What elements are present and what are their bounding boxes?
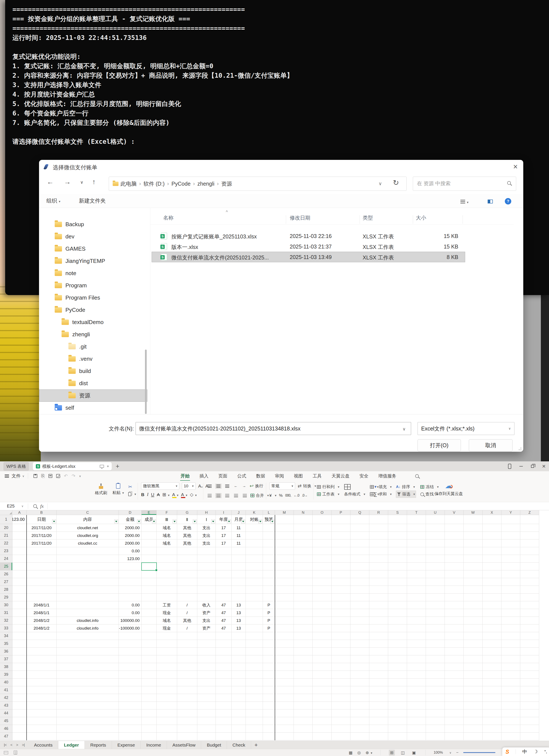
filter-button-L[interactable] bbox=[271, 520, 274, 523]
tree-item-.git[interactable]: .git bbox=[39, 341, 147, 353]
prev-sheet-icon[interactable]: < bbox=[10, 743, 12, 747]
cell-F39[interactable] bbox=[157, 671, 177, 679]
format-painter-button[interactable]: 格式刷 bbox=[94, 482, 108, 499]
row-header-46[interactable]: 46 bbox=[0, 725, 12, 733]
cell-R43[interactable] bbox=[369, 702, 388, 709]
cell-I27[interactable] bbox=[216, 578, 232, 586]
cell-A29[interactable] bbox=[12, 594, 27, 601]
cell-N24[interactable] bbox=[294, 555, 313, 563]
cell-H23[interactable] bbox=[197, 547, 216, 555]
cell-E33[interactable] bbox=[142, 624, 157, 632]
cell-T42[interactable] bbox=[407, 694, 426, 702]
column-header-X[interactable]: X bbox=[482, 510, 501, 515]
cell-Z33[interactable] bbox=[520, 624, 539, 632]
cell-D33[interactable]: -100000.00 bbox=[119, 624, 142, 632]
cell-L44[interactable] bbox=[263, 709, 275, 717]
cell-Z32[interactable] bbox=[520, 617, 539, 624]
cell-E29[interactable] bbox=[142, 594, 157, 601]
row-header-41[interactable]: 41 bbox=[0, 686, 12, 694]
cell-M42[interactable] bbox=[275, 694, 294, 702]
cell-N47[interactable] bbox=[294, 733, 313, 740]
cell-P21[interactable] bbox=[331, 532, 350, 539]
currency-button[interactable]: ¥▾ bbox=[270, 492, 276, 499]
cell-Y47[interactable] bbox=[501, 733, 520, 740]
cell-S23[interactable] bbox=[388, 547, 407, 555]
cell-R38[interactable] bbox=[369, 663, 388, 671]
cell-F35[interactable] bbox=[157, 640, 177, 648]
cell-D42[interactable] bbox=[119, 694, 142, 702]
menu-数据[interactable]: 数据 bbox=[256, 471, 266, 481]
cell-X47[interactable] bbox=[482, 733, 501, 740]
cell-F24[interactable] bbox=[157, 555, 177, 563]
cell-A35[interactable] bbox=[12, 640, 27, 648]
cell-B36[interactable] bbox=[27, 648, 57, 655]
cell-V42[interactable] bbox=[445, 694, 464, 702]
file-row[interactable]: S微信支付账单流水文件(20251021-2025...2025-11-03 1… bbox=[152, 252, 465, 262]
cell-L42[interactable] bbox=[263, 694, 275, 702]
cell-P31[interactable] bbox=[331, 609, 350, 617]
hamburger-icon[interactable] bbox=[5, 474, 9, 478]
cell-M34[interactable] bbox=[275, 632, 294, 640]
cell-D35[interactable] bbox=[119, 640, 142, 648]
column-header-type[interactable]: 类型 bbox=[363, 214, 373, 224]
align-right-button[interactable] bbox=[224, 493, 230, 498]
cell-Z20[interactable] bbox=[520, 524, 539, 532]
redo-icon[interactable]: ↷ bbox=[72, 473, 76, 479]
last-sheet-icon[interactable]: >| bbox=[22, 743, 24, 747]
cell-T25[interactable] bbox=[407, 563, 426, 570]
cell-I23[interactable] bbox=[216, 547, 232, 555]
cell-T41[interactable] bbox=[407, 686, 426, 694]
cell-T20[interactable] bbox=[407, 524, 426, 532]
resize-grip[interactable] bbox=[519, 447, 522, 450]
cell-X23[interactable] bbox=[482, 547, 501, 555]
cell-Z43[interactable] bbox=[520, 702, 539, 709]
cell-R28[interactable] bbox=[369, 586, 388, 594]
distribute-button[interactable] bbox=[242, 493, 248, 498]
cell-A22[interactable] bbox=[12, 539, 27, 547]
cell-E45[interactable] bbox=[142, 717, 157, 725]
row-header-30[interactable]: 30 bbox=[0, 601, 12, 609]
cell-W1[interactable] bbox=[464, 515, 482, 524]
row-header-33[interactable]: 33 bbox=[0, 624, 12, 632]
cell-E24[interactable] bbox=[142, 555, 157, 563]
number-format-select[interactable]: 常规▾ bbox=[270, 482, 295, 490]
wps-tray-icon[interactable]: S bbox=[505, 749, 509, 755]
cell-N35[interactable] bbox=[294, 640, 313, 648]
cell-B24[interactable] bbox=[27, 555, 57, 563]
cell-C40[interactable] bbox=[57, 679, 119, 686]
filter-button-I[interactable] bbox=[227, 520, 231, 523]
cell-Z41[interactable] bbox=[520, 686, 539, 694]
cell-Z40[interactable] bbox=[520, 679, 539, 686]
column-header-N[interactable]: N bbox=[294, 510, 313, 515]
cell-P33[interactable] bbox=[331, 624, 350, 632]
cell-A42[interactable] bbox=[12, 694, 27, 702]
column-header-C[interactable]: C bbox=[57, 510, 119, 515]
new-tab-button[interactable]: + bbox=[116, 463, 120, 470]
cell-H24[interactable] bbox=[197, 555, 216, 563]
tree-item-dev[interactable]: dev bbox=[39, 230, 147, 243]
cell-U38[interactable] bbox=[426, 663, 445, 671]
cell-J38[interactable] bbox=[232, 663, 246, 671]
cell-W30[interactable] bbox=[464, 601, 482, 609]
cell-C47[interactable] bbox=[57, 733, 119, 740]
cell-Z35[interactable] bbox=[520, 640, 539, 648]
cell-D38[interactable] bbox=[119, 663, 142, 671]
align-top-button[interactable] bbox=[207, 484, 213, 489]
cell-S25[interactable] bbox=[388, 563, 407, 570]
cell-X1[interactable] bbox=[482, 515, 501, 524]
cell-M31[interactable] bbox=[275, 609, 294, 617]
cell-X28[interactable] bbox=[482, 586, 501, 594]
minimize-icon[interactable] bbox=[519, 466, 523, 467]
cell-E31[interactable] bbox=[142, 609, 157, 617]
cell-Y27[interactable] bbox=[501, 578, 520, 586]
tree-item-JiangYingTEMP[interactable]: JiangYingTEMP bbox=[39, 255, 147, 267]
cell-O46[interactable] bbox=[313, 725, 331, 733]
cell-Z21[interactable] bbox=[520, 532, 539, 539]
cell-D27[interactable] bbox=[119, 578, 142, 586]
cell-A25[interactable] bbox=[12, 563, 27, 570]
up-icon[interactable]: ↑ bbox=[92, 178, 96, 186]
cell-C35[interactable] bbox=[57, 640, 119, 648]
cell-H40[interactable] bbox=[197, 679, 216, 686]
cell-L24[interactable] bbox=[263, 555, 275, 563]
cell-M38[interactable] bbox=[275, 663, 294, 671]
